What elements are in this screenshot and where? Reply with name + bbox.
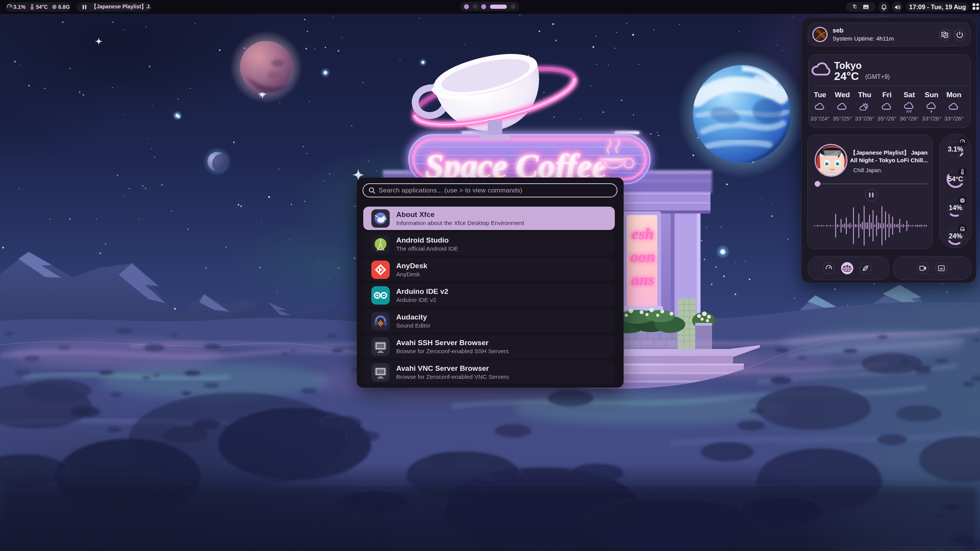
svg-text:24%: 24% bbox=[949, 232, 962, 240]
svg-text:14%: 14% bbox=[949, 204, 962, 212]
svg-text:33°/24°: 33°/24° bbox=[810, 115, 830, 122]
svg-text:54°C: 54°C bbox=[948, 175, 963, 183]
svg-text:36°/26°: 36°/26° bbox=[900, 115, 919, 122]
svg-text:Thu: Thu bbox=[858, 91, 871, 99]
svg-text:3.1%: 3.1% bbox=[948, 145, 963, 153]
svg-text:35°/25°: 35°/25° bbox=[833, 115, 852, 122]
svg-text:Mon: Mon bbox=[946, 91, 961, 99]
svg-text:Sun: Sun bbox=[925, 91, 939, 99]
svg-text:esh: esh bbox=[632, 225, 654, 243]
svg-text:Fri: Fri bbox=[882, 91, 892, 99]
svg-text:35°/26°: 35°/26° bbox=[877, 115, 897, 122]
svg-text:Tokyo: Tokyo bbox=[834, 60, 862, 71]
svg-text:Wed: Wed bbox=[835, 91, 850, 99]
svg-text:33°/26°: 33°/26° bbox=[855, 115, 874, 122]
svg-text:(GMT+9): (GMT+9) bbox=[865, 73, 890, 80]
svg-text:Sat: Sat bbox=[903, 91, 915, 99]
svg-text:Tue: Tue bbox=[814, 91, 826, 99]
svg-text:ans: ans bbox=[631, 271, 655, 289]
svg-text:33°/26°: 33°/26° bbox=[922, 115, 941, 122]
svg-text:24°C: 24°C bbox=[834, 70, 859, 82]
svg-text:U: U bbox=[853, 3, 856, 7]
svg-text:oon: oon bbox=[630, 248, 655, 266]
svg-text:33°/26°: 33°/26° bbox=[944, 115, 964, 122]
